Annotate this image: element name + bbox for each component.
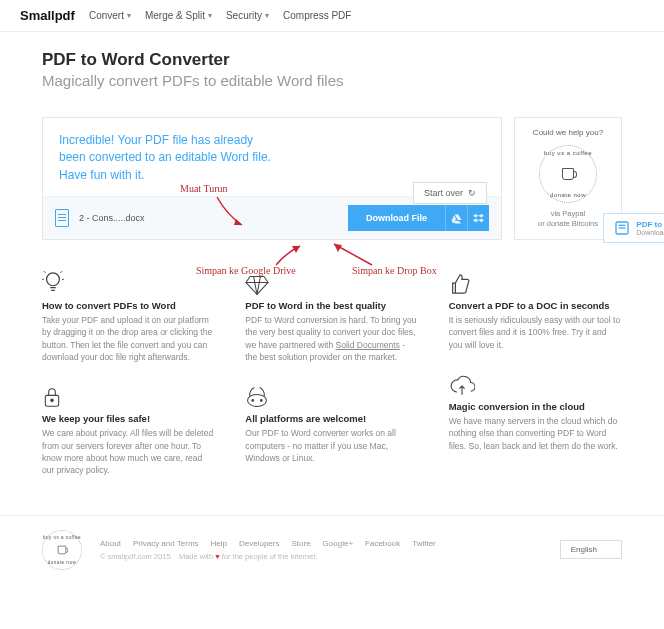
footer-help[interactable]: Help [211, 539, 227, 548]
swiss-knife-icon [245, 381, 418, 409]
language-selector[interactable]: English [560, 540, 622, 559]
chevron-down-icon: ▾ [127, 11, 131, 20]
success-message: Incredible! Your PDF file has already be… [59, 132, 279, 184]
dropbox-icon [473, 213, 484, 224]
feature-cloud: Magic conversion in the cloud We have ma… [449, 369, 622, 452]
feature-quality: PDF to Word in the best quality PDF to W… [245, 268, 418, 363]
footer-coffee-badge[interactable]: buy us a coffee donate now [42, 530, 82, 570]
feature-safe: We keep your files safe! We care about p… [42, 381, 215, 476]
donate-paypal-link[interactable]: via Paypal [551, 209, 586, 219]
coffee-badge[interactable]: buy us a coffee donate now [539, 145, 597, 203]
svg-rect-1 [619, 225, 626, 226]
annotation-arrow [330, 241, 376, 267]
footer-store[interactable]: Store [291, 539, 310, 548]
svg-point-6 [47, 273, 60, 286]
footer-twitter[interactable]: Twitter [412, 539, 436, 548]
copyright: © smallpdf.com 2015 Made with ♥ for the … [100, 552, 436, 561]
donate-bitcoin-link[interactable]: or donate Bitcoins [538, 219, 598, 229]
footer-about[interactable]: About [100, 539, 121, 548]
cloud-upload-icon [449, 369, 622, 397]
page-title: PDF to Word Converter [42, 50, 622, 70]
coffee-cup-icon [58, 545, 66, 553]
svg-point-8 [51, 400, 54, 403]
refresh-icon: ↻ [468, 188, 476, 198]
download-file-button[interactable]: Download File [348, 205, 445, 231]
top-nav: Smallpdf Convert▾ Merge & Split▾ Securit… [0, 0, 664, 32]
solid-documents-link[interactable]: Solid Documents [336, 340, 400, 350]
footer-facebook[interactable]: Facebook [365, 539, 400, 548]
document-icon [55, 209, 69, 227]
lightbulb-icon [42, 268, 215, 296]
promo-card[interactable]: PDF to Office Software Download here » [603, 213, 664, 243]
annotation-arrow [272, 243, 306, 267]
nav-convert[interactable]: Convert▾ [89, 10, 131, 21]
feature-seconds: Convert a PDF to a DOC in seconds It is … [449, 268, 622, 351]
footer-privacy[interactable]: Privacy and Terms [133, 539, 199, 548]
start-over-button[interactable]: Start over ↻ [413, 182, 487, 204]
chevron-down-icon: ▾ [208, 11, 212, 20]
heart-icon: ♥ [215, 552, 219, 561]
nav-merge-split[interactable]: Merge & Split▾ [145, 10, 212, 21]
save-google-drive-button[interactable] [445, 205, 467, 231]
thumbs-up-icon [449, 268, 622, 296]
google-drive-icon [451, 213, 462, 224]
diamond-icon [245, 268, 418, 296]
features-grid: How to convert PDFs to Word Take your PD… [42, 268, 622, 495]
svg-marker-5 [334, 244, 342, 252]
nav-compress[interactable]: Compress PDF [283, 10, 351, 21]
feature-platforms: All platforms are welcome! Our PDF to Wo… [245, 381, 418, 464]
footer: buy us a coffee donate now About Privacy… [0, 515, 664, 600]
svg-rect-2 [619, 227, 626, 228]
feature-how-to: How to convert PDFs to Word Take your PD… [42, 268, 215, 363]
svg-point-11 [261, 400, 263, 402]
office-icon [614, 220, 630, 236]
chevron-down-icon: ▾ [265, 11, 269, 20]
brand-logo[interactable]: Smallpdf [20, 8, 75, 23]
page-subtitle: Magically convert PDFs to editable Word … [42, 72, 622, 89]
svg-marker-4 [292, 246, 300, 253]
footer-google[interactable]: Google+ [323, 539, 353, 548]
lock-icon [42, 381, 215, 409]
output-filename: 2 - Cons.....docx [79, 213, 338, 223]
coffee-cup-icon [562, 168, 574, 180]
help-text: Could we help you? [533, 128, 603, 137]
result-panel: Incredible! Your PDF file has already be… [42, 117, 502, 240]
save-dropbox-button[interactable] [467, 205, 489, 231]
footer-developers[interactable]: Developers [239, 539, 279, 548]
svg-point-10 [252, 400, 254, 402]
nav-security[interactable]: Security▾ [226, 10, 269, 21]
